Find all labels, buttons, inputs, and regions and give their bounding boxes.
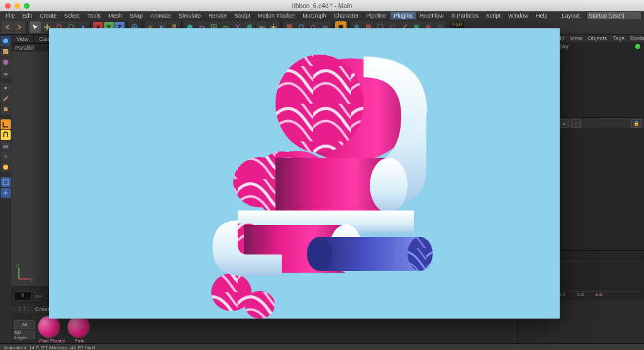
- menu-pipeline[interactable]: Pipeline: [363, 12, 389, 19]
- layout-label: Layout:: [558, 12, 584, 19]
- menu-animate[interactable]: Animate: [147, 12, 174, 19]
- timeline-start-field[interactable]: 0: [14, 292, 31, 300]
- svg-point-44: [370, 158, 408, 213]
- objmenu-objects[interactable]: Objects: [585, 35, 609, 41]
- workplane-mode-button[interactable]: [1, 68, 11, 78]
- layout-select[interactable]: [586, 11, 641, 20]
- viewport-tab-view[interactable]: View: [11, 35, 34, 43]
- soft-select-button[interactable]: [1, 162, 11, 172]
- menu-render[interactable]: Render: [205, 12, 230, 19]
- svg-rect-30: [3, 180, 8, 185]
- svg-rect-49: [319, 237, 420, 271]
- window-titlebar: ribbon_6.c4d * - Main: [0, 0, 644, 11]
- kf-tick: 1.0: [596, 292, 602, 297]
- viewport-solo-button[interactable]: [1, 177, 11, 187]
- material-filter-all[interactable]: All: [14, 320, 35, 329]
- menu-sculpt[interactable]: Sculpt: [231, 12, 253, 19]
- material-name-1: Pink Plastic: [39, 338, 65, 344]
- point-mode-button[interactable]: [1, 83, 11, 93]
- objmenu-bookmarks[interactable]: Bookmarks: [628, 35, 644, 41]
- timeline-start-label: OF: [35, 293, 42, 299]
- workplane-snap-button[interactable]: [1, 141, 11, 151]
- menu-xparticles[interactable]: X-Particles: [448, 12, 482, 19]
- material-name-2: Pink: [69, 338, 90, 344]
- redo-button[interactable]: [14, 21, 25, 33]
- menu-snap[interactable]: Snap: [126, 12, 146, 19]
- visibility-dot-icon[interactable]: [635, 44, 640, 49]
- menu-tools[interactable]: Tools: [84, 12, 104, 19]
- menu-create[interactable]: Create: [36, 12, 60, 19]
- menu-file[interactable]: File: [3, 12, 18, 19]
- enable-axis-button[interactable]: [1, 119, 11, 129]
- menu-motiontracker[interactable]: Motion Tracker: [255, 12, 299, 19]
- attr-lock-button[interactable]: 🔒: [631, 119, 641, 128]
- menu-mograph[interactable]: MoGraph: [299, 12, 330, 19]
- locked-workplane-button[interactable]: [1, 151, 11, 161]
- menu-mesh[interactable]: Mesh: [105, 12, 125, 19]
- svg-point-39: [275, 55, 364, 153]
- svg-point-50: [408, 237, 433, 271]
- menu-realflow[interactable]: RealFlow: [417, 12, 447, 19]
- svg-rect-24: [3, 49, 8, 54]
- objmenu-view[interactable]: View: [567, 35, 584, 41]
- menu-plugins[interactable]: Plugins: [391, 12, 416, 19]
- menu-simulate[interactable]: Simulate: [175, 12, 204, 19]
- svg-text:Y: Y: [16, 264, 19, 268]
- attr-nav-up-button[interactable]: ▲: [559, 119, 569, 128]
- svg-rect-27: [3, 145, 8, 148]
- axis-widget-icon: Y X: [15, 264, 34, 283]
- svg-point-26: [4, 87, 7, 89]
- menu-window[interactable]: Window: [505, 12, 531, 19]
- select-tool-button[interactable]: [30, 21, 41, 33]
- enable-snap-button[interactable]: [1, 130, 11, 140]
- material-swatch-2[interactable]: [67, 315, 90, 338]
- menu-select[interactable]: Select: [61, 12, 83, 19]
- model-mode-button[interactable]: [1, 46, 11, 57]
- menu-help[interactable]: Help: [533, 12, 551, 19]
- viewport-solo-2-button[interactable]: [1, 188, 11, 198]
- material-swatch-1[interactable]: [38, 315, 60, 338]
- window-title: ribbon_6.c4d * - Main: [0, 3, 644, 9]
- kf-tick: 0.8: [577, 292, 584, 297]
- edge-mode-button[interactable]: [1, 94, 11, 104]
- svg-point-25: [3, 60, 8, 65]
- material-filter-nolayer[interactable]: No Layer: [14, 331, 35, 339]
- make-editable-button[interactable]: [1, 36, 11, 46]
- polygon-mode-button[interactable]: [1, 104, 11, 114]
- menu-character[interactable]: Character: [331, 12, 362, 19]
- svg-point-28: [4, 155, 8, 158]
- objmenu-tags[interactable]: Tags: [610, 35, 627, 41]
- render-preview-overlay[interactable]: [49, 28, 560, 319]
- main-menu-bar: File Edit Create Select Tools Mesh Snap …: [0, 11, 644, 20]
- svg-text:X: X: [30, 278, 33, 282]
- mode-toolbar: [0, 35, 11, 343]
- undo-button[interactable]: [2, 21, 13, 33]
- svg-point-29: [3, 165, 8, 170]
- svg-point-51: [307, 237, 332, 271]
- texture-mode-button[interactable]: [1, 57, 11, 67]
- svg-point-53: [245, 291, 275, 319]
- menu-edit[interactable]: Edit: [19, 12, 36, 19]
- menu-script[interactable]: Script: [483, 12, 504, 19]
- attr-nav-home-button[interactable]: ⌂: [571, 119, 581, 128]
